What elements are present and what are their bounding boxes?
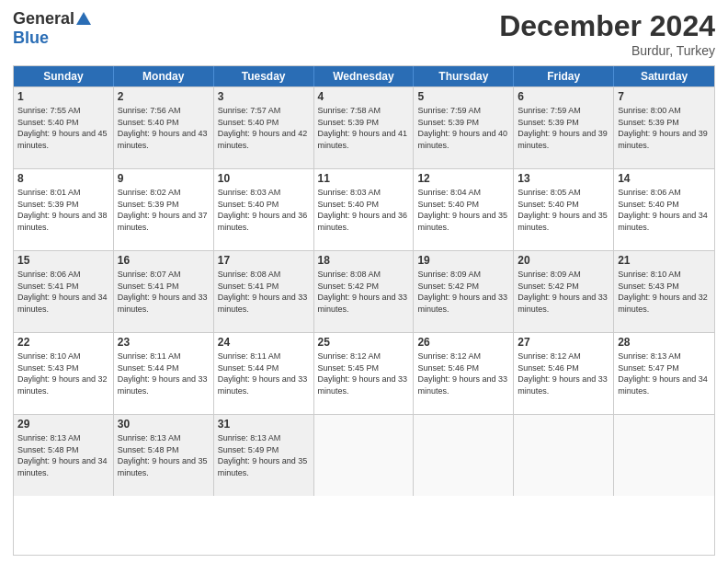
cell-content: Sunrise: 8:12 AMSunset: 5:46 PMDaylight:…: [417, 350, 509, 396]
day-number: 18: [318, 254, 410, 267]
cell-content: Sunrise: 7:55 AMSunset: 5:40 PMDaylight:…: [17, 105, 109, 151]
day-number: 25: [318, 336, 410, 349]
day-number: 11: [318, 172, 410, 185]
page-header: General Blue December 2024 Burdur, Turke…: [13, 9, 715, 58]
calendar-cell: 14Sunrise: 8:06 AMSunset: 5:40 PMDayligh…: [614, 169, 714, 250]
cell-content: Sunrise: 7:58 AMSunset: 5:39 PMDaylight:…: [318, 105, 410, 151]
calendar-cell: 4Sunrise: 7:58 AMSunset: 5:39 PMDaylight…: [314, 87, 415, 168]
day-header-tuesday: Tuesday: [214, 66, 314, 86]
calendar-cell: 17Sunrise: 8:08 AMSunset: 5:41 PMDayligh…: [214, 251, 314, 332]
cell-content: Sunrise: 8:13 AMSunset: 5:48 PMDaylight:…: [118, 432, 210, 478]
cell-content: Sunrise: 8:00 AMSunset: 5:39 PMDaylight:…: [618, 105, 711, 151]
day-header-saturday: Saturday: [614, 66, 714, 86]
day-number: 29: [17, 418, 109, 431]
calendar-cell: 16Sunrise: 8:07 AMSunset: 5:41 PMDayligh…: [114, 251, 214, 332]
cell-content: Sunrise: 8:06 AMSunset: 5:40 PMDaylight:…: [618, 187, 711, 233]
calendar-cell: 23Sunrise: 8:11 AMSunset: 5:44 PMDayligh…: [114, 333, 214, 414]
cell-content: Sunrise: 8:10 AMSunset: 5:43 PMDaylight:…: [17, 350, 109, 396]
cell-content: Sunrise: 8:11 AMSunset: 5:44 PMDaylight:…: [118, 350, 210, 396]
calendar-row-3: 15Sunrise: 8:06 AMSunset: 5:41 PMDayligh…: [14, 250, 714, 332]
calendar-cell: 29Sunrise: 8:13 AMSunset: 5:48 PMDayligh…: [14, 415, 114, 496]
calendar-cell: 31Sunrise: 8:13 AMSunset: 5:49 PMDayligh…: [214, 415, 314, 496]
calendar-cell: 27Sunrise: 8:12 AMSunset: 5:46 PMDayligh…: [514, 333, 614, 414]
calendar-cell: 2Sunrise: 7:56 AMSunset: 5:40 PMDaylight…: [114, 87, 214, 168]
cell-content: Sunrise: 8:03 AMSunset: 5:40 PMDaylight:…: [218, 187, 310, 233]
day-number: 20: [518, 254, 609, 267]
calendar: SundayMondayTuesdayWednesdayThursdayFrid…: [13, 65, 715, 556]
day-number: 30: [118, 418, 210, 431]
cell-content: Sunrise: 8:13 AMSunset: 5:47 PMDaylight:…: [618, 350, 711, 396]
calendar-row-2: 8Sunrise: 8:01 AMSunset: 5:39 PMDaylight…: [14, 168, 714, 250]
location-text: Burdur, Turkey: [499, 43, 715, 58]
calendar-cell: 11Sunrise: 8:03 AMSunset: 5:40 PMDayligh…: [314, 169, 415, 250]
cell-content: Sunrise: 8:12 AMSunset: 5:45 PMDaylight:…: [318, 350, 410, 396]
day-header-thursday: Thursday: [414, 66, 514, 86]
calendar-body: 1Sunrise: 7:55 AMSunset: 5:40 PMDaylight…: [14, 86, 714, 496]
calendar-row-4: 22Sunrise: 8:10 AMSunset: 5:43 PMDayligh…: [14, 332, 714, 414]
calendar-cell: 12Sunrise: 8:04 AMSunset: 5:40 PMDayligh…: [414, 169, 514, 250]
day-number: 9: [118, 172, 210, 185]
calendar-cell: 15Sunrise: 8:06 AMSunset: 5:41 PMDayligh…: [14, 251, 114, 332]
cell-content: Sunrise: 7:59 AMSunset: 5:39 PMDaylight:…: [417, 105, 509, 151]
day-number: 27: [518, 336, 609, 349]
logo-blue-text: Blue: [13, 29, 49, 48]
day-number: 10: [218, 172, 310, 185]
day-number: 31: [218, 418, 310, 431]
cell-content: Sunrise: 8:06 AMSunset: 5:41 PMDaylight:…: [17, 269, 109, 315]
cell-content: Sunrise: 7:59 AMSunset: 5:39 PMDaylight:…: [518, 105, 609, 151]
cell-content: Sunrise: 7:57 AMSunset: 5:40 PMDaylight:…: [218, 105, 310, 151]
calendar-cell: [414, 415, 514, 496]
cell-content: Sunrise: 8:10 AMSunset: 5:43 PMDaylight:…: [618, 269, 711, 315]
calendar-row-5: 29Sunrise: 8:13 AMSunset: 5:48 PMDayligh…: [14, 414, 714, 496]
calendar-cell: [614, 415, 714, 496]
day-header-wednesday: Wednesday: [314, 66, 415, 86]
day-number: 4: [318, 90, 410, 103]
calendar-cell: 24Sunrise: 8:11 AMSunset: 5:44 PMDayligh…: [214, 333, 314, 414]
calendar-cell: 13Sunrise: 8:05 AMSunset: 5:40 PMDayligh…: [514, 169, 614, 250]
day-number: 28: [618, 336, 711, 349]
day-number: 1: [17, 90, 109, 103]
day-number: 5: [417, 90, 509, 103]
day-number: 3: [218, 90, 310, 103]
day-header-sunday: Sunday: [14, 66, 114, 86]
cell-content: Sunrise: 8:05 AMSunset: 5:40 PMDaylight:…: [518, 187, 609, 233]
month-title: December 2024: [499, 9, 715, 43]
day-number: 24: [218, 336, 310, 349]
day-number: 19: [417, 254, 509, 267]
calendar-cell: 20Sunrise: 8:09 AMSunset: 5:42 PMDayligh…: [514, 251, 614, 332]
calendar-cell: 28Sunrise: 8:13 AMSunset: 5:47 PMDayligh…: [614, 333, 714, 414]
calendar-cell: [514, 415, 614, 496]
calendar-cell: 5Sunrise: 7:59 AMSunset: 5:39 PMDaylight…: [414, 87, 514, 168]
calendar-cell: 9Sunrise: 8:02 AMSunset: 5:39 PMDaylight…: [114, 169, 214, 250]
calendar-header: SundayMondayTuesdayWednesdayThursdayFrid…: [14, 66, 714, 86]
cell-content: Sunrise: 8:12 AMSunset: 5:46 PMDaylight:…: [518, 350, 609, 396]
day-number: 17: [218, 254, 310, 267]
calendar-cell: 19Sunrise: 8:09 AMSunset: 5:42 PMDayligh…: [414, 251, 514, 332]
cell-content: Sunrise: 8:09 AMSunset: 5:42 PMDaylight:…: [417, 269, 509, 315]
cell-content: Sunrise: 8:07 AMSunset: 5:41 PMDaylight:…: [118, 269, 210, 315]
title-section: December 2024 Burdur, Turkey: [499, 9, 715, 58]
day-header-friday: Friday: [514, 66, 614, 86]
cell-content: Sunrise: 8:08 AMSunset: 5:41 PMDaylight:…: [218, 269, 310, 315]
day-number: 16: [118, 254, 210, 267]
cell-content: Sunrise: 8:01 AMSunset: 5:39 PMDaylight:…: [17, 187, 109, 233]
cell-content: Sunrise: 8:04 AMSunset: 5:40 PMDaylight:…: [417, 187, 509, 233]
cell-content: Sunrise: 8:09 AMSunset: 5:42 PMDaylight:…: [518, 269, 609, 315]
day-number: 13: [518, 172, 609, 185]
calendar-cell: 18Sunrise: 8:08 AMSunset: 5:42 PMDayligh…: [314, 251, 415, 332]
day-number: 22: [17, 336, 109, 349]
day-number: 7: [618, 90, 711, 103]
calendar-cell: 21Sunrise: 8:10 AMSunset: 5:43 PMDayligh…: [614, 251, 714, 332]
cell-content: Sunrise: 8:03 AMSunset: 5:40 PMDaylight:…: [318, 187, 410, 233]
calendar-cell: 10Sunrise: 8:03 AMSunset: 5:40 PMDayligh…: [214, 169, 314, 250]
day-number: 12: [417, 172, 509, 185]
day-header-monday: Monday: [114, 66, 214, 86]
calendar-cell: 6Sunrise: 7:59 AMSunset: 5:39 PMDaylight…: [514, 87, 614, 168]
cell-content: Sunrise: 8:13 AMSunset: 5:48 PMDaylight:…: [17, 432, 109, 478]
day-number: 26: [417, 336, 509, 349]
cell-content: Sunrise: 7:56 AMSunset: 5:40 PMDaylight:…: [118, 105, 210, 151]
page-container: General Blue December 2024 Burdur, Turke…: [0, 0, 728, 563]
calendar-row-1: 1Sunrise: 7:55 AMSunset: 5:40 PMDaylight…: [14, 86, 714, 168]
calendar-cell: 22Sunrise: 8:10 AMSunset: 5:43 PMDayligh…: [14, 333, 114, 414]
cell-content: Sunrise: 8:08 AMSunset: 5:42 PMDaylight:…: [318, 269, 410, 315]
